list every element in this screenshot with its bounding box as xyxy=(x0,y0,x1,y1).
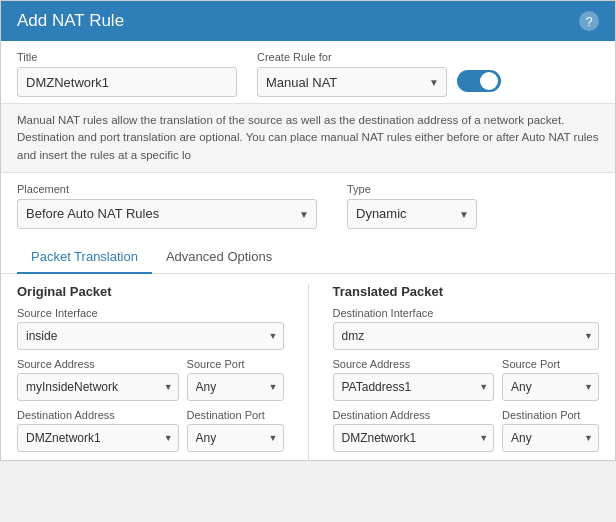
orig-source-interface-label: Source Interface xyxy=(17,307,284,319)
type-select[interactable]: Dynamic Static xyxy=(347,199,477,229)
info-text: Manual NAT rules allow the translation o… xyxy=(17,114,599,161)
trans-src-addr-port-row: Source Address PATaddress1 ▼ Source Port… xyxy=(333,358,600,401)
orig-dst-addr-col: Destination Address DMZnetwork1 ▼ xyxy=(17,409,179,452)
placement-label: Placement xyxy=(17,183,317,195)
trans-dst-addr-port-row: Destination Address DMZnetwork1 ▼ Destin… xyxy=(333,409,600,452)
orig-source-port-label: Source Port xyxy=(187,358,284,370)
tab-packet-translation[interactable]: Packet Translation xyxy=(17,241,152,274)
orig-src-addr-col: Source Address myInsideNetwork ▼ xyxy=(17,358,179,401)
title-input[interactable] xyxy=(17,67,237,97)
orig-source-address-wrap: myInsideNetwork ▼ xyxy=(17,373,179,401)
add-nat-rule-dialog: Add NAT Rule ? Title Create Rule for Man… xyxy=(0,0,616,461)
orig-source-port-wrap: Any ▼ xyxy=(187,373,284,401)
rule-select[interactable]: Manual NAT Auto NAT xyxy=(257,67,447,97)
rule-select-wrap: Manual NAT Auto NAT ▼ xyxy=(257,67,447,97)
trans-dest-port-wrap: Any ▼ xyxy=(502,424,599,452)
original-packet-title: Original Packet xyxy=(17,284,284,299)
info-bar: Manual NAT rules allow the translation o… xyxy=(1,103,615,173)
trans-src-port-col: Source Port Any ▼ xyxy=(502,358,599,401)
packet-section: Original Packet Source Interface inside … xyxy=(1,274,615,460)
orig-source-interface-wrap: inside ▼ xyxy=(17,322,284,350)
enable-toggle[interactable] xyxy=(457,70,501,92)
trans-dest-interface-label: Destination Interface xyxy=(333,307,600,319)
top-form-row: Title Create Rule for Manual NAT Auto NA… xyxy=(1,41,615,103)
orig-dest-address-wrap: DMZnetwork1 ▼ xyxy=(17,424,179,452)
rule-label: Create Rule for xyxy=(257,51,599,63)
orig-source-address-label: Source Address xyxy=(17,358,179,370)
placement-group: Placement Before Auto NAT Rules After Au… xyxy=(17,183,317,229)
tab-advanced-options[interactable]: Advanced Options xyxy=(152,241,286,274)
help-icon[interactable]: ? xyxy=(579,11,599,31)
type-label: Type xyxy=(347,183,477,195)
orig-dst-addr-port-row: Destination Address DMZnetwork1 ▼ Destin… xyxy=(17,409,284,452)
trans-dst-port-col: Destination Port Any ▼ xyxy=(502,409,599,452)
orig-dest-port-wrap: Any ▼ xyxy=(187,424,284,452)
dialog-header: Add NAT Rule ? xyxy=(1,1,615,41)
translated-packet-col: Translated Packet Destination Interface … xyxy=(333,284,600,460)
placement-select[interactable]: Before Auto NAT Rules After Auto NAT Rul… xyxy=(17,199,317,229)
trans-dest-address-label: Destination Address xyxy=(333,409,495,421)
trans-source-port-wrap: Any ▼ xyxy=(502,373,599,401)
trans-source-address-wrap: PATaddress1 ▼ xyxy=(333,373,495,401)
orig-dest-port-select[interactable]: Any xyxy=(187,424,284,452)
trans-dest-interface-select[interactable]: dmz xyxy=(333,322,600,350)
orig-dst-port-col: Destination Port Any ▼ xyxy=(187,409,284,452)
rule-group: Create Rule for Manual NAT Auto NAT ▼ xyxy=(257,51,599,97)
type-group: Type Dynamic Static ▼ xyxy=(347,183,477,229)
original-packet-col: Original Packet Source Interface inside … xyxy=(17,284,284,460)
placement-select-wrap: Before Auto NAT Rules After Auto NAT Rul… xyxy=(17,199,317,229)
translated-packet-title: Translated Packet xyxy=(333,284,600,299)
trans-source-port-label: Source Port xyxy=(502,358,599,370)
trans-dest-interface-row: Destination Interface dmz ▼ xyxy=(333,307,600,350)
orig-source-interface-row: Source Interface inside ▼ xyxy=(17,307,284,350)
orig-source-port-select[interactable]: Any xyxy=(187,373,284,401)
vertical-divider xyxy=(308,284,309,460)
toggle-wrap xyxy=(457,70,501,92)
orig-dest-address-select[interactable]: DMZnetwork1 xyxy=(17,424,179,452)
orig-src-addr-port-row: Source Address myInsideNetwork ▼ Source … xyxy=(17,358,284,401)
trans-source-port-select[interactable]: Any xyxy=(502,373,599,401)
trans-source-address-label: Source Address xyxy=(333,358,495,370)
orig-dest-port-label: Destination Port xyxy=(187,409,284,421)
trans-source-address-select[interactable]: PATaddress1 xyxy=(333,373,495,401)
placement-row: Placement Before Auto NAT Rules After Au… xyxy=(1,173,615,237)
trans-dest-port-label: Destination Port xyxy=(502,409,599,421)
dialog-title: Add NAT Rule xyxy=(17,11,124,31)
orig-source-address-select[interactable]: myInsideNetwork xyxy=(17,373,179,401)
orig-source-interface-select[interactable]: inside xyxy=(17,322,284,350)
trans-dest-port-select[interactable]: Any xyxy=(502,424,599,452)
trans-src-addr-col: Source Address PATaddress1 ▼ xyxy=(333,358,495,401)
trans-dst-addr-col: Destination Address DMZnetwork1 ▼ xyxy=(333,409,495,452)
tabs-row: Packet Translation Advanced Options xyxy=(1,241,615,274)
trans-dest-address-wrap: DMZnetwork1 ▼ xyxy=(333,424,495,452)
type-select-wrap: Dynamic Static ▼ xyxy=(347,199,477,229)
title-label: Title xyxy=(17,51,237,63)
trans-dest-interface-wrap: dmz ▼ xyxy=(333,322,600,350)
title-group: Title xyxy=(17,51,237,97)
orig-dest-address-label: Destination Address xyxy=(17,409,179,421)
orig-src-port-col: Source Port Any ▼ xyxy=(187,358,284,401)
trans-dest-address-select[interactable]: DMZnetwork1 xyxy=(333,424,495,452)
